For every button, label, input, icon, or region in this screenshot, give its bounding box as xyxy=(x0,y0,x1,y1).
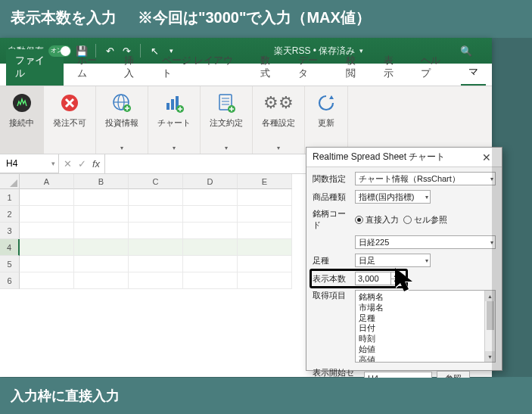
list-item[interactable]: 日付 xyxy=(359,323,492,334)
spin-down-icon[interactable]: ▼ xyxy=(390,279,400,285)
tab-review[interactable]: 校閲 xyxy=(338,50,373,86)
spin-up-icon[interactable]: ▲ xyxy=(390,272,400,279)
cell[interactable] xyxy=(74,189,129,206)
tab-addin[interactable]: マ xyxy=(461,61,486,86)
column-header[interactable]: D xyxy=(183,174,238,189)
cell[interactable] xyxy=(74,256,129,272)
tab-formulas[interactable]: 数式 xyxy=(253,50,288,86)
row-header[interactable]: 5 xyxy=(0,256,20,272)
column-header[interactable]: B xyxy=(74,174,129,189)
gear-icon: ⚙⚙ xyxy=(266,91,291,115)
row-header[interactable]: 3 xyxy=(0,223,20,239)
list-item[interactable]: 始値 xyxy=(359,344,492,355)
cell[interactable] xyxy=(238,239,292,256)
rss-chart-dialog: Realtime Spread Sheet チャート ✕ 関数指定 チャート情報… xyxy=(306,147,502,371)
chevron-down-icon: ▾ xyxy=(425,194,428,201)
tab-page-layout[interactable]: ページ レイアウト xyxy=(154,50,250,86)
row-header[interactable]: 6 xyxy=(0,272,20,289)
chart-icon xyxy=(162,91,186,115)
cell[interactable] xyxy=(20,206,74,223)
banner-main: 表示本数を入力 xyxy=(11,8,117,28)
cell[interactable] xyxy=(183,256,238,272)
cell[interactable] xyxy=(20,189,74,206)
cell[interactable] xyxy=(20,256,74,272)
row-header[interactable]: 2 xyxy=(0,206,20,223)
chevron-down-icon: ▾ xyxy=(120,145,123,151)
count-spinner[interactable]: 3,000 ▲▼ xyxy=(355,272,400,285)
cell[interactable] xyxy=(129,256,183,272)
items-listbox[interactable]: 銘柄名市場名足種日付時刻始値高値安値 ▲ ▼ xyxy=(355,290,496,363)
cell[interactable] xyxy=(238,189,292,206)
instruction-banner-bottom: 入力枠に直接入力 xyxy=(0,378,532,414)
radio-direct-input[interactable]: 直接入力 xyxy=(355,214,399,226)
cell[interactable] xyxy=(20,223,74,239)
ribbon-settings-button[interactable]: ⚙⚙ 各種設定 ▾ xyxy=(253,86,305,154)
refresh-icon xyxy=(314,91,338,115)
ribbon-invest-info-button[interactable]: 投資情報 ▾ xyxy=(96,86,148,154)
code-combo[interactable]: 日経225▾ xyxy=(355,235,496,249)
column-header[interactable]: A xyxy=(20,174,74,189)
ribbon-order-err-button[interactable]: 発注不可 xyxy=(44,86,96,154)
cell[interactable] xyxy=(183,189,238,206)
ribbon-order-exec-button[interactable]: 注文約定 ▾ xyxy=(201,86,253,154)
svg-rect-7 xyxy=(171,99,174,110)
tab-insert[interactable]: 挿入 xyxy=(117,50,151,86)
leg-combo[interactable]: 日足▾ xyxy=(355,254,431,267)
list-item[interactable]: 高値 xyxy=(359,355,492,363)
ribbon-chart-button[interactable]: チャート ▾ xyxy=(148,86,201,154)
tab-data[interactable]: データ xyxy=(291,50,335,86)
cell[interactable] xyxy=(183,239,238,256)
list-item[interactable]: 足種 xyxy=(359,313,492,324)
cell[interactable] xyxy=(74,239,129,256)
ribbon-refresh-button[interactable]: 更新 xyxy=(305,86,348,154)
cell[interactable] xyxy=(129,239,183,256)
cell[interactable] xyxy=(129,272,183,289)
kind-combo[interactable]: 指標(国内指標)▾ xyxy=(355,190,431,204)
list-item[interactable]: 銘柄名 xyxy=(359,292,492,303)
cell[interactable] xyxy=(238,272,292,289)
row-header[interactable]: 4 xyxy=(0,239,20,256)
tab-help[interactable]: ヘルプ xyxy=(413,50,458,86)
ribbon-connect-button[interactable]: 接続中 xyxy=(0,86,44,154)
cancel-edit-icon[interactable]: ✕ xyxy=(64,158,72,170)
autosave-switch[interactable]: オン xyxy=(48,45,71,57)
list-item[interactable]: 時刻 xyxy=(359,334,492,344)
svg-point-0 xyxy=(13,94,31,112)
chevron-down-icon: ▾ xyxy=(51,160,55,167)
row-header[interactable]: 1 xyxy=(0,189,20,206)
select-all-corner[interactable] xyxy=(0,174,20,189)
instruction-banner-top: 表示本数を入力 ※今回は"3000"で入力（MAX値） xyxy=(0,0,532,36)
kind-label: 商品種類 xyxy=(313,191,350,203)
cell[interactable] xyxy=(74,223,129,239)
cell[interactable] xyxy=(129,206,183,223)
list-item[interactable]: 市場名 xyxy=(359,303,492,313)
cell[interactable] xyxy=(74,272,129,289)
tab-view[interactable]: 表示 xyxy=(376,50,411,86)
cell[interactable] xyxy=(238,206,292,223)
radio-cell-ref[interactable]: セル参照 xyxy=(403,214,447,226)
name-box[interactable]: H4▾ xyxy=(0,154,59,173)
cell[interactable] xyxy=(238,256,292,272)
cell[interactable] xyxy=(238,223,292,239)
cell[interactable] xyxy=(183,223,238,239)
ribbon-tabs: ファイル ホーム 挿入 ページ レイアウト 数式 データ 校閲 表示 ヘルプ マ xyxy=(0,64,492,86)
cell[interactable] xyxy=(129,189,183,206)
fn-combo[interactable]: チャート情報（RssChart）▾ xyxy=(355,172,496,185)
search-icon[interactable]: 🔍 xyxy=(460,45,472,57)
items-label: 取得項目 xyxy=(313,290,350,301)
cell[interactable] xyxy=(74,206,129,223)
cell[interactable] xyxy=(183,206,238,223)
confirm-edit-icon[interactable]: ✓ xyxy=(78,158,86,170)
fx-icon[interactable]: fx xyxy=(92,158,100,170)
cell[interactable] xyxy=(129,223,183,239)
leg-label: 足種 xyxy=(313,255,350,266)
globe-icon xyxy=(110,91,134,115)
cell[interactable] xyxy=(20,272,74,289)
column-header[interactable]: C xyxy=(129,174,183,189)
count-label: 表示本数 xyxy=(313,273,350,285)
tab-home[interactable]: ホーム xyxy=(70,50,114,86)
cell[interactable] xyxy=(20,239,74,256)
cell[interactable] xyxy=(183,272,238,289)
column-header[interactable]: E xyxy=(238,174,292,189)
dialog-titlebar[interactable]: Realtime Spread Sheet チャート ✕ xyxy=(306,148,502,167)
